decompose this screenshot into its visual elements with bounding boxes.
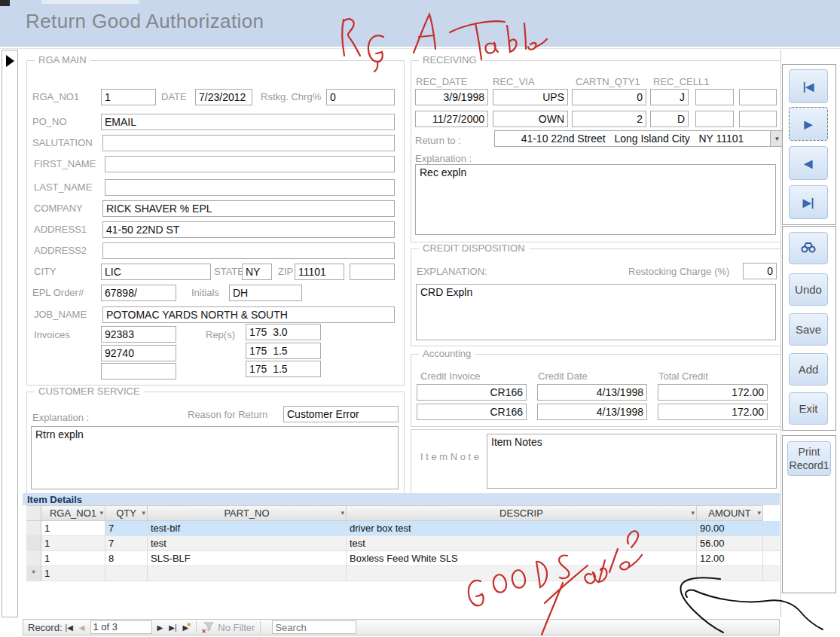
search-input[interactable] — [272, 620, 356, 634]
invoice2-field[interactable] — [101, 345, 176, 361]
rec-via-field-1[interactable] — [493, 89, 568, 105]
record-selector-strip[interactable] — [2, 50, 18, 617]
cell-rga-no1[interactable]: 1 — [41, 551, 105, 566]
credit-date-field-1[interactable] — [537, 384, 647, 401]
go-next-record-button[interactable]: ▶ — [789, 107, 828, 141]
go-first-record-button[interactable]: |◀ — [789, 69, 828, 103]
rep3-field[interactable] — [246, 361, 321, 377]
cs-explanation-field[interactable]: Rtrn expln — [31, 426, 399, 489]
sort-arrow-icon[interactable]: ▾ — [691, 509, 695, 517]
no-filter-label[interactable]: No Filter — [218, 622, 255, 633]
cell-descrip[interactable]: driver box test — [347, 521, 697, 536]
total-credit-field-2[interactable] — [658, 404, 768, 420]
rec-cell1-field-1[interactable] — [650, 89, 689, 105]
cell-rga-no1[interactable]: 1 — [41, 566, 105, 581]
cell-part-no[interactable] — [148, 566, 347, 581]
item-note-field[interactable]: Item Notes — [487, 434, 777, 489]
zip-ext-field[interactable] — [350, 264, 395, 280]
cell-amount[interactable]: 12.00 — [697, 551, 763, 566]
cell-descrip[interactable]: test — [347, 536, 697, 551]
sort-arrow-icon[interactable]: ▾ — [341, 509, 344, 517]
reason-for-return-field[interactable] — [283, 406, 399, 422]
address1-field[interactable] — [102, 221, 395, 238]
record-position-box[interactable]: 1 of 3 — [90, 620, 152, 634]
rep2-field[interactable] — [246, 343, 321, 359]
sort-arrow-icon[interactable]: ▾ — [142, 509, 145, 517]
new-record-row-marker-icon[interactable]: * — [26, 566, 41, 581]
return-to-combobox[interactable]: 41-10 22nd Street Long Island City NY 11… — [494, 130, 784, 147]
table-row-3[interactable]: 1 8 SLS-BLF Boxless Feed White SLS 12.00 — [26, 551, 780, 566]
cell-part-no[interactable]: test-blf — [148, 521, 347, 536]
city-field[interactable] — [101, 264, 211, 280]
rep1-field[interactable] — [246, 324, 321, 340]
crd-explanation-field[interactable]: CRD Expln — [416, 284, 776, 340]
column-header-rga-no1[interactable]: RGA_NO1▾ — [41, 505, 105, 521]
rga-no1-field[interactable] — [101, 89, 156, 105]
row-selector-cell[interactable] — [26, 551, 41, 566]
date-field[interactable] — [195, 89, 252, 105]
cell-qty[interactable] — [105, 566, 148, 581]
initials-field[interactable] — [229, 285, 302, 301]
item-details-datasheet[interactable]: RGA_NO1▾ QTY▾ PART_NO▾ DESCRIP▾ AMOUNT▾ … — [26, 505, 780, 581]
cell-amount[interactable] — [697, 566, 763, 581]
go-previous-record-button[interactable]: ◀ — [789, 146, 828, 180]
table-row-2[interactable]: 1 7 test test 56.00 — [26, 536, 780, 551]
first-record-button[interactable]: |◀ — [63, 623, 76, 632]
first-name-field[interactable] — [105, 156, 395, 172]
job-name-field[interactable] — [102, 306, 395, 323]
rec-extra1-field-2[interactable] — [695, 111, 734, 127]
cartn-qty1-field-2[interactable] — [572, 111, 646, 127]
cell-qty[interactable]: 7 — [105, 521, 148, 536]
table-row-1-selected[interactable]: 1 7 test-blf driver box test 90.00 — [26, 521, 780, 536]
credit-date-field-2[interactable] — [537, 404, 647, 420]
credit-invoice-field-1[interactable] — [417, 384, 527, 401]
cell-descrip[interactable]: Boxless Feed White SLS — [347, 551, 697, 566]
epl-order-field[interactable] — [101, 285, 176, 301]
company-field[interactable] — [102, 200, 395, 217]
cell-rga-no1[interactable]: 1 — [41, 521, 105, 536]
cell-part-no[interactable]: SLS-BLF — [148, 551, 347, 566]
row-selector-cell[interactable] — [26, 521, 41, 536]
sort-arrow-icon[interactable]: ▾ — [757, 509, 761, 517]
find-button[interactable] — [789, 232, 828, 264]
zip-field[interactable] — [295, 264, 344, 280]
cell-qty[interactable]: 7 — [105, 536, 148, 551]
column-header-descrip[interactable]: DESCRIP▾ — [347, 505, 697, 521]
rec-explanation-field[interactable]: Rec expln — [415, 164, 776, 235]
next-record-button[interactable]: ▶ — [154, 623, 166, 632]
filter-funnel-icon[interactable]: ✕ — [203, 622, 215, 632]
rstkg-chrg-field[interactable] — [326, 89, 395, 105]
salutation-field[interactable] — [102, 135, 395, 151]
previous-record-button[interactable]: ◀ — [76, 623, 88, 632]
state-field[interactable] — [242, 264, 272, 280]
rec-via-field-2[interactable] — [493, 111, 568, 127]
save-button[interactable]: Save — [789, 313, 828, 346]
table-new-row[interactable]: * 1 — [26, 566, 780, 581]
row-selector-cell[interactable] — [26, 536, 41, 551]
cell-rga-no1[interactable]: 1 — [41, 536, 105, 551]
select-all-cell[interactable] — [26, 505, 41, 521]
go-last-record-button[interactable]: ▶| — [789, 185, 828, 219]
restocking-charge-field[interactable] — [743, 263, 777, 279]
add-button[interactable]: Add — [789, 353, 828, 386]
rec-date-field-2[interactable] — [415, 111, 488, 127]
print-record1-button[interactable]: Print Record1 — [787, 441, 831, 476]
cell-qty[interactable]: 8 — [105, 551, 148, 566]
po-no-field[interactable] — [101, 114, 395, 130]
last-name-field[interactable] — [105, 179, 395, 196]
invoice1-field[interactable] — [101, 326, 176, 343]
column-header-part-no[interactable]: PART_NO▾ — [148, 505, 347, 521]
address2-field[interactable] — [102, 242, 395, 259]
undo-button[interactable]: Undo — [789, 273, 828, 306]
total-credit-field-1[interactable] — [658, 384, 768, 401]
invoice3-field[interactable] — [101, 363, 176, 379]
column-header-amount[interactable]: AMOUNT▾ — [697, 505, 763, 521]
rec-extra1-field-1[interactable] — [695, 89, 734, 105]
sort-arrow-icon[interactable]: ▾ — [99, 509, 103, 517]
cell-amount[interactable]: 56.00 — [697, 536, 763, 551]
cell-descrip[interactable] — [347, 566, 697, 581]
column-header-qty[interactable]: QTY▾ — [105, 505, 148, 521]
cartn-qty1-field-1[interactable] — [572, 89, 646, 105]
rec-extra2-field-1[interactable] — [739, 89, 777, 105]
rec-date-field-1[interactable] — [415, 89, 488, 105]
